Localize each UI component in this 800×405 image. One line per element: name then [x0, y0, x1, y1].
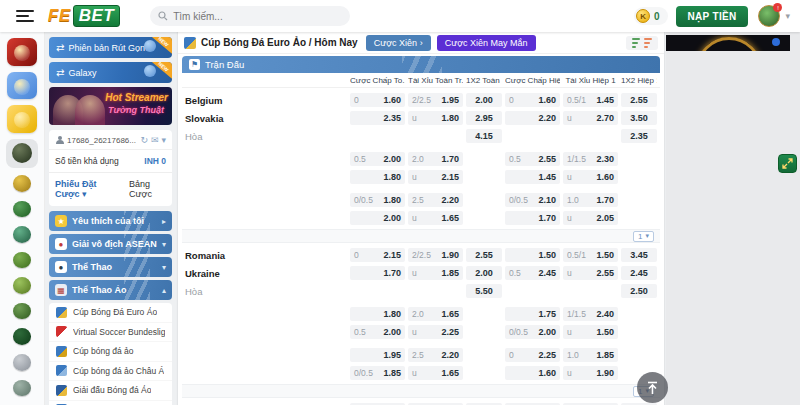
odds-cell[interactable]: 2.45 [621, 266, 657, 280]
submenu-item-3[interactable]: Cúp bóng đá ảo Châu Á [49, 362, 172, 382]
account-chevron-icon[interactable]: ▾ [785, 11, 790, 21]
odds-cell[interactable]: 3.50 [621, 111, 657, 125]
odds-cell[interactable]: u2.25 [408, 325, 463, 339]
avatar[interactable]: ! [758, 5, 780, 27]
odds-cell[interactable]: 0.5/11.50 [563, 248, 618, 262]
odds-cell[interactable]: 0/0.51.80 [350, 193, 405, 207]
odds-cell[interactable]: 2.01.70 [408, 152, 463, 166]
odds-cell[interactable]: 2/2.51.95 [408, 93, 463, 107]
hot-streamer-banner[interactable]: Hot Streamer Tường Thuật [49, 87, 172, 125]
lucky-parlay-button[interactable]: Cược Xiên May Mắn [437, 35, 536, 51]
odds-cell[interactable]: 0.52.55 [505, 152, 560, 166]
sidebar-menu-0[interactable]: ★Yêu thích của tôi▸ [49, 211, 172, 231]
odds-cell[interactable]: 1.45 [505, 170, 560, 184]
virtual-sports-icon[interactable] [6, 139, 38, 168]
odds-cell[interactable]: u2.15 [408, 170, 463, 184]
expand-button[interactable] [778, 154, 797, 173]
odds-cell[interactable]: u1.65 [408, 366, 463, 380]
submenu-item-0[interactable]: Cúp Bóng Đá Euro Ảo [49, 303, 172, 323]
odds-cell[interactable]: 1.70 [350, 266, 405, 280]
galaxy-banner[interactable]: ⇄ Galaxy NEW [49, 62, 172, 83]
provider-icon-2[interactable] [13, 201, 31, 218]
sidebar-menu-1[interactable]: ●Giải vô địch ASEAN▾ [49, 234, 172, 254]
hamburger-menu-icon[interactable] [16, 10, 34, 22]
odds-cell[interactable]: 1.70 [505, 211, 560, 225]
febet-logo[interactable]: FE BET [48, 5, 120, 27]
odds-cell[interactable]: 0/0.51.85 [350, 366, 405, 380]
sidebar-menu-2[interactable]: ●Thể Thao▾ [49, 257, 172, 277]
scroll-to-top-button[interactable] [637, 372, 668, 403]
sports-ball-icon[interactable] [7, 105, 37, 133]
submenu-item-4[interactable]: Giải đấu Bóng đá Ảo [49, 381, 172, 401]
odds-cell[interactable]: 2.55 [466, 248, 502, 262]
odds-cell[interactable]: 5.50 [466, 284, 502, 298]
gift-promo-icon[interactable] [7, 72, 37, 100]
mail-icon[interactable]: ✉ [151, 135, 159, 145]
provider-icon-7[interactable] [13, 328, 31, 345]
odds-cell[interactable]: 2.95 [466, 111, 502, 125]
odds-cell[interactable]: 02.15 [350, 248, 405, 262]
provider-icon-3[interactable] [13, 226, 31, 243]
odds-cell[interactable]: u1.80 [408, 111, 463, 125]
odds-cell[interactable]: u1.60 [563, 170, 618, 184]
odds-cell[interactable]: 2.00 [350, 211, 405, 225]
odds-cell[interactable]: u1.85 [408, 266, 463, 280]
odds-cell[interactable]: 1.95 [350, 348, 405, 362]
odds-cell[interactable]: u2.55 [563, 266, 618, 280]
odds-cell[interactable]: 02.25 [505, 348, 560, 362]
odds-cell[interactable]: 2.52.20 [408, 193, 463, 207]
odds-cell[interactable]: 1/1.52.30 [563, 152, 618, 166]
odds-cell[interactable]: 2.00 [466, 93, 502, 107]
casino-banner[interactable] [666, 35, 790, 51]
sidebar-menu-3[interactable]: ▦Thể Thao Ảo▴ [49, 280, 172, 300]
odds-cell[interactable]: 4.15 [466, 129, 502, 143]
odds-cell[interactable]: 2.50 [621, 284, 657, 298]
submenu-item-2[interactable]: Cúp bóng đá ảo [49, 342, 172, 362]
odds-cell[interactable]: 01.60 [505, 93, 560, 107]
odds-cell[interactable]: 0.52.45 [505, 266, 560, 280]
odds-cell[interactable]: 0/0.52.10 [505, 193, 560, 207]
odds-cell[interactable]: 01.60 [350, 93, 405, 107]
odds-cell[interactable]: u1.65 [408, 211, 463, 225]
odds-cell[interactable]: 0.52.00 [350, 152, 405, 166]
odds-cell[interactable]: 0/0.52.00 [505, 325, 560, 339]
tab-bet-slip[interactable]: Phiếu Đặt Cược ▾ [55, 179, 115, 199]
odds-cell[interactable]: 0.52.00 [350, 325, 405, 339]
submenu-item-5[interactable]: Giải vô địch bóng đá thế giới... [49, 401, 172, 405]
odds-cell[interactable]: 2.01.65 [408, 307, 463, 321]
odds-cell[interactable]: 2.35 [621, 129, 657, 143]
parlay-button[interactable]: Cược Xiên › [366, 35, 431, 51]
page-select[interactable]: 1▾ [633, 231, 654, 242]
provider-icon-6[interactable] [13, 303, 31, 320]
odds-cell[interactable]: 1.75 [505, 307, 560, 321]
odds-cell[interactable]: 1/1.52.40 [563, 307, 618, 321]
search-input[interactable] [173, 11, 333, 22]
odds-cell[interactable]: 2.35 [350, 111, 405, 125]
odds-cell[interactable]: 3.45 [621, 248, 657, 262]
provider-icon-8[interactable] [13, 354, 31, 371]
provider-icon-9[interactable] [13, 380, 31, 397]
odds-cell[interactable]: u1.90 [563, 366, 618, 380]
odds-cell[interactable]: 1.80 [350, 170, 405, 184]
balance-value[interactable]: INH 0 [144, 156, 166, 166]
odds-cell[interactable]: 2/2.51.90 [408, 248, 463, 262]
odds-cell[interactable]: 2.20 [505, 111, 560, 125]
odds-cell[interactable]: u2.70 [563, 111, 618, 125]
coin-balance[interactable]: K 0 [634, 7, 668, 25]
compact-version-banner[interactable]: ⇄ Phiên bản Rút Gọn NEW [49, 37, 172, 58]
view-sort-toggle[interactable] [626, 36, 658, 50]
hot-games-icon[interactable] [7, 38, 37, 66]
odds-cell[interactable]: 2.55 [621, 93, 657, 107]
odds-cell[interactable]: 2.00 [466, 266, 502, 280]
odds-cell[interactable]: 1.60 [505, 366, 560, 380]
search-box[interactable] [150, 6, 350, 26]
tab-bet-board[interactable]: Bảng Cược [129, 179, 166, 199]
odds-cell[interactable]: u1.50 [563, 325, 618, 339]
odds-cell[interactable]: 1.01.85 [563, 348, 618, 362]
deposit-button[interactable]: NẠP TIỀN [676, 6, 749, 27]
odds-cell[interactable]: 1.80 [350, 307, 405, 321]
provider-icon-4[interactable] [13, 252, 31, 269]
odds-cell[interactable]: 2.52.20 [408, 348, 463, 362]
odds-cell[interactable]: 1.01.70 [563, 193, 618, 207]
odds-cell[interactable]: u2.05 [563, 211, 618, 225]
